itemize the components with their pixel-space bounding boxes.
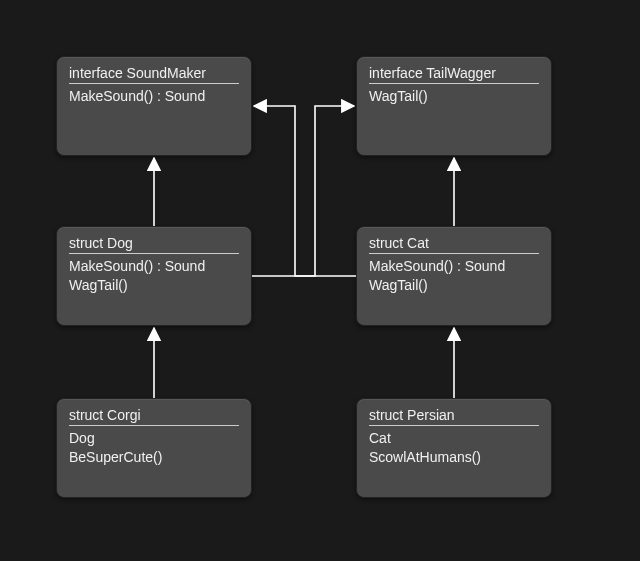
box-line: ScowlAtHumans() bbox=[369, 448, 539, 467]
box-line: BeSuperCute() bbox=[69, 448, 239, 467]
arrow-dog-to-tailwagger bbox=[252, 106, 354, 276]
box-line: MakeSound() : Sound bbox=[369, 257, 539, 276]
box-line: WagTail() bbox=[369, 87, 539, 106]
box-soundmaker: interface SoundMaker MakeSound() : Sound bbox=[56, 56, 252, 156]
box-title: struct Cat bbox=[369, 235, 539, 254]
box-line: Cat bbox=[369, 429, 539, 448]
arrow-cat-to-soundmaker bbox=[254, 106, 356, 276]
box-title: struct Dog bbox=[69, 235, 239, 254]
box-corgi: struct Corgi Dog BeSuperCute() bbox=[56, 398, 252, 498]
box-line: MakeSound() : Sound bbox=[69, 257, 239, 276]
box-dog: struct Dog MakeSound() : Sound WagTail() bbox=[56, 226, 252, 326]
box-persian: struct Persian Cat ScowlAtHumans() bbox=[356, 398, 552, 498]
box-line: WagTail() bbox=[369, 276, 539, 295]
box-title: struct Corgi bbox=[69, 407, 239, 426]
box-title: interface TailWagger bbox=[369, 65, 539, 84]
box-title: struct Persian bbox=[369, 407, 539, 426]
box-title: interface SoundMaker bbox=[69, 65, 239, 84]
box-line: MakeSound() : Sound bbox=[69, 87, 239, 106]
box-tailwagger: interface TailWagger WagTail() bbox=[356, 56, 552, 156]
box-line: WagTail() bbox=[69, 276, 239, 295]
box-cat: struct Cat MakeSound() : Sound WagTail() bbox=[356, 226, 552, 326]
box-line: Dog bbox=[69, 429, 239, 448]
